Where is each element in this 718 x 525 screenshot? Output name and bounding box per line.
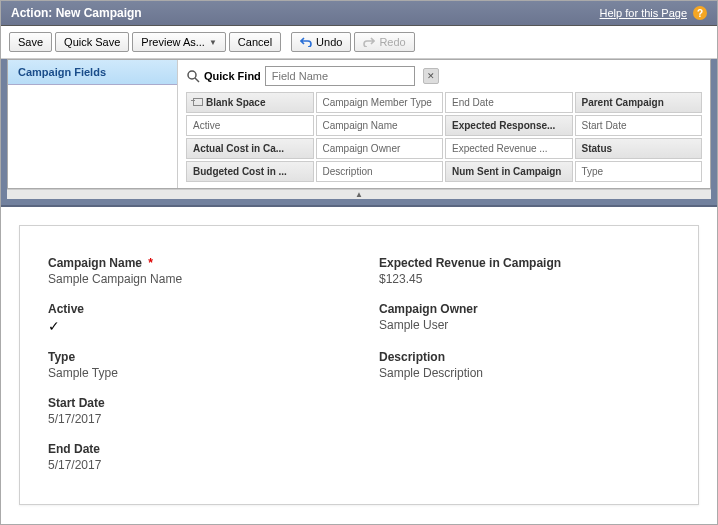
header-right: Help for this Page ? [600, 6, 707, 20]
redo-label: Redo [379, 36, 405, 48]
form-field[interactable] [379, 396, 670, 426]
redo-button: Redo [354, 32, 414, 52]
palette-field[interactable]: Actual Cost in Ca... [186, 138, 314, 159]
blank-space-icon [193, 98, 203, 106]
palette: Campaign Fields Quick Find ✕ Blank Space… [7, 59, 711, 189]
page-header: Action: New Campaign Help for this Page … [1, 1, 717, 26]
palette-field[interactable]: Campaign Member Type [316, 92, 444, 113]
svg-point-0 [188, 71, 196, 79]
save-button[interactable]: Save [9, 32, 52, 52]
palette-field-label: Active [193, 120, 220, 131]
palette-field[interactable]: Expected Revenue ... [445, 138, 573, 159]
quickfind-row: Quick Find ✕ [186, 66, 702, 86]
palette-field[interactable]: End Date [445, 92, 573, 113]
form-label: Description [379, 350, 670, 364]
form-value: $123.45 [379, 272, 670, 286]
form-value: Sample User [379, 318, 670, 332]
palette-field[interactable]: Type [575, 161, 703, 182]
palette-field[interactable]: Campaign Name [316, 115, 444, 136]
form-field[interactable]: End Date5/17/2017 [48, 442, 339, 472]
palette-field-label: Campaign Owner [323, 143, 401, 154]
preview-as-button[interactable]: Preview As... ▼ [132, 32, 226, 52]
palette-field-label: End Date [452, 97, 494, 108]
palette-field[interactable]: Parent Campaign [575, 92, 703, 113]
palette-field-label: Expected Revenue ... [452, 143, 548, 154]
palette-field-label: Actual Cost in Ca... [193, 143, 284, 154]
form-label: Expected Revenue in Campaign [379, 256, 670, 270]
form-label: End Date [48, 442, 339, 456]
palette-field-label: Budgeted Cost in ... [193, 166, 287, 177]
palette-field-label: Campaign Member Type [323, 97, 432, 108]
form-field[interactable]: DescriptionSample Description [379, 350, 670, 380]
palette-field[interactable]: Start Date [575, 115, 703, 136]
palette-resize-grip[interactable]: ▲ [7, 189, 711, 199]
form-field[interactable] [379, 442, 670, 472]
form-label: Campaign Owner [379, 302, 670, 316]
palette-field-label: Num Sent in Campaign [452, 166, 561, 177]
layout-canvas[interactable]: Campaign Name *Sample Campaign NameExpec… [19, 225, 699, 505]
palette-field[interactable]: Num Sent in Campaign [445, 161, 573, 182]
quick-save-button[interactable]: Quick Save [55, 32, 129, 52]
form-label: Active [48, 302, 339, 316]
redo-icon [363, 37, 375, 47]
form-label: Type [48, 350, 339, 364]
form-field[interactable]: Campaign Name *Sample Campaign Name [48, 256, 339, 286]
palette-field-label: Start Date [582, 120, 627, 131]
palette-field-label: Description [323, 166, 373, 177]
help-link[interactable]: Help for this Page [600, 7, 687, 19]
palette-field[interactable]: Blank Space [186, 92, 314, 113]
undo-label: Undo [316, 36, 342, 48]
palette-field-label: Type [582, 166, 604, 177]
form-field[interactable]: Start Date5/17/2017 [48, 396, 339, 426]
form-value: Sample Description [379, 366, 670, 380]
palette-main: Quick Find ✕ Blank SpaceCampaign Member … [178, 60, 710, 188]
palette-field-label: Expected Response... [452, 120, 555, 131]
canvas-wrap: Campaign Name *Sample Campaign NameExpec… [1, 207, 717, 523]
palette-field-label: Campaign Name [323, 120, 398, 131]
form-value: Sample Type [48, 366, 339, 380]
palette-field-label: Parent Campaign [582, 97, 664, 108]
form-value: 5/17/2017 [48, 412, 339, 426]
form-field[interactable]: Campaign OwnerSample User [379, 302, 670, 334]
palette-field[interactable]: Budgeted Cost in ... [186, 161, 314, 182]
palette-field[interactable]: Description [316, 161, 444, 182]
quickfind-label: Quick Find [204, 70, 261, 82]
palette-field[interactable]: Status [575, 138, 703, 159]
sidebar-item-campaign-fields[interactable]: Campaign Fields [8, 60, 177, 85]
palette-field-label: Blank Space [206, 97, 265, 108]
form-field[interactable]: Expected Revenue in Campaign$123.45 [379, 256, 670, 286]
quickfind-input[interactable] [265, 66, 415, 86]
field-columns: Campaign Name *Sample Campaign NameExpec… [48, 256, 670, 472]
form-value: ✓ [48, 318, 339, 334]
form-field[interactable]: Active✓ [48, 302, 339, 334]
form-value: Sample Campaign Name [48, 272, 339, 286]
palette-field[interactable]: Active [186, 115, 314, 136]
clear-icon[interactable]: ✕ [423, 68, 439, 84]
search-icon [186, 69, 200, 83]
palette-panel: Campaign Fields Quick Find ✕ Blank Space… [1, 59, 717, 207]
undo-icon [300, 37, 312, 47]
field-grid: Blank SpaceCampaign Member TypeEnd DateP… [186, 92, 702, 182]
form-value: 5/17/2017 [48, 458, 339, 472]
palette-field[interactable]: Campaign Owner [316, 138, 444, 159]
palette-sidebar: Campaign Fields [8, 60, 178, 188]
undo-button[interactable]: Undo [291, 32, 351, 52]
help-icon[interactable]: ? [693, 6, 707, 20]
toolbar: Save Quick Save Preview As... ▼ Cancel U… [1, 26, 717, 59]
required-icon: * [145, 256, 153, 270]
form-label: Campaign Name * [48, 256, 339, 270]
preview-as-label: Preview As... [141, 36, 205, 48]
svg-line-1 [195, 78, 199, 82]
header-title: Action: New Campaign [11, 6, 142, 20]
check-icon: ✓ [48, 318, 60, 334]
chevron-up-icon: ▲ [355, 190, 363, 199]
cancel-button[interactable]: Cancel [229, 32, 281, 52]
chevron-down-icon: ▼ [209, 38, 217, 47]
form-label: Start Date [48, 396, 339, 410]
palette-field-label: Status [582, 143, 613, 154]
form-field[interactable]: TypeSample Type [48, 350, 339, 380]
palette-field[interactable]: Expected Response... [445, 115, 573, 136]
